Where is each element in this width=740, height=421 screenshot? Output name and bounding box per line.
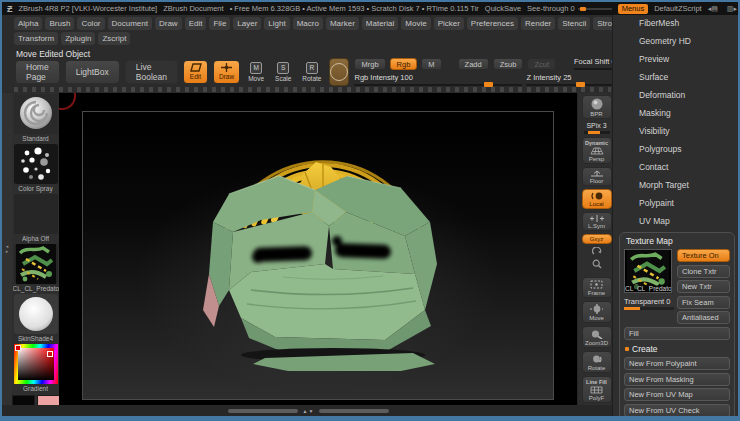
scroll-icon[interactable] <box>592 247 602 256</box>
subpalette-surface[interactable]: Surface <box>613 69 738 87</box>
subpalette-preview[interactable]: Preview <box>613 51 738 69</box>
local-button[interactable]: Local <box>582 189 612 209</box>
mrgb-toggle[interactable]: Mrgb <box>354 58 385 70</box>
rgb-toggle[interactable]: Rgb <box>390 58 418 70</box>
texture-map-title[interactable]: Texture Map <box>626 236 730 246</box>
texture-btn-fix-seam[interactable]: Fix Seam <box>677 296 730 309</box>
texture-btn-antialiased[interactable]: Antialiased <box>677 311 730 324</box>
menu-zscript[interactable]: Zscript <box>98 32 130 45</box>
menu-transform[interactable]: Transform <box>14 32 58 45</box>
lsym-button[interactable]: L.Sym <box>582 212 612 231</box>
menu-material[interactable]: Material <box>362 17 398 30</box>
bpr-button[interactable]: BPR <box>582 95 612 119</box>
alpha-thumbnail[interactable] <box>14 194 58 234</box>
subpalette-polypaint[interactable]: Polypaint <box>613 195 738 213</box>
subpalette-uv-map[interactable]: UV Map <box>613 213 738 231</box>
divider-bar-left[interactable] <box>228 409 298 413</box>
gxyz-button[interactable]: Gxyz <box>582 234 612 244</box>
zoom-icon[interactable] <box>592 259 602 269</box>
menu-zplugin[interactable]: Zplugin <box>61 32 95 45</box>
see-through-track[interactable] <box>578 8 612 10</box>
create-btn-new-from-masking[interactable]: New From Masking <box>624 373 730 386</box>
texture-btn-new-txtr[interactable]: New Txtr <box>677 280 730 293</box>
polyf-button[interactable]: Line Fill PolyF <box>582 376 612 403</box>
menu-document[interactable]: Document <box>108 17 152 30</box>
floor-button[interactable]: Floor <box>582 167 612 186</box>
m-toggle[interactable]: M <box>421 58 441 70</box>
create-btn-new-from-polypaint[interactable]: New From Polypaint <box>624 357 730 370</box>
menu-render[interactable]: Render <box>521 17 555 30</box>
subpalette-deformation[interactable]: Deformation <box>613 87 738 105</box>
spix-slider[interactable]: SPix 3 <box>584 122 610 134</box>
stroke-thumbnail[interactable] <box>14 144 58 184</box>
menu-file[interactable]: File <box>209 17 230 30</box>
subpalette-geometry-hd[interactable]: Geometry HD <box>613 33 738 51</box>
frame-button[interactable]: Frame <box>582 277 612 298</box>
spix-handle[interactable] <box>588 131 600 134</box>
menus-button[interactable]: Menus <box>618 4 649 14</box>
subpalette-visibility[interactable]: Visibility <box>613 123 738 141</box>
subpalette-fibermesh[interactable]: FiberMesh <box>613 15 738 33</box>
tray-toggle-right-icon[interactable]: ▥▸ <box>727 5 737 13</box>
draw-button[interactable]: Draw <box>213 60 240 84</box>
hue-selector[interactable] <box>15 345 21 351</box>
model-3d-head[interactable] <box>83 112 553 399</box>
create-btn-new-from-uv-map[interactable]: New From UV Map <box>624 388 730 401</box>
fill-button[interactable]: Fill <box>624 327 730 340</box>
subpalette-polygroups[interactable]: Polygroups <box>613 141 738 159</box>
main-color-swatch[interactable] <box>12 395 35 405</box>
menu-color[interactable]: Color <box>77 17 104 30</box>
see-through-handle[interactable] <box>580 7 586 11</box>
menu-brush[interactable]: Brush <box>45 17 74 30</box>
texture-btn-clone-txtr[interactable]: Clone Txtr <box>677 265 730 278</box>
menu-picker[interactable]: Picker <box>434 17 464 30</box>
menu-stencil[interactable]: Stencil <box>558 17 590 30</box>
zadd-toggle[interactable]: Zadd <box>458 58 489 70</box>
material-thumbnail[interactable] <box>14 294 58 334</box>
transparent-handle[interactable] <box>624 307 640 310</box>
subpalette-masking[interactable]: Masking <box>613 105 738 123</box>
edit-button[interactable]: Edit <box>183 60 208 84</box>
menu-preferences[interactable]: Preferences <box>467 17 518 30</box>
color-picker[interactable] <box>14 344 58 384</box>
create-section-header[interactable]: Create <box>625 344 730 354</box>
default-zscript-button[interactable]: DefaultZScript <box>654 4 702 13</box>
persp-button[interactable]: Dynamic Persp <box>582 137 612 164</box>
menu-alpha[interactable]: Alpha <box>14 17 42 30</box>
transparent-slider[interactable]: Transparent 0 <box>624 297 674 310</box>
menu-layer[interactable]: Layer <box>233 17 261 30</box>
bottom-tray-divider[interactable]: ▲▼ <box>2 405 615 416</box>
live-boolean-button[interactable]: Live Boolean <box>125 60 178 84</box>
lightbox-button[interactable]: LightBox <box>65 60 120 84</box>
document[interactable] <box>82 111 554 400</box>
menu-macro[interactable]: Macro <box>293 17 323 30</box>
brush-thumbnail[interactable] <box>14 94 58 134</box>
rotate-button[interactable]: R Rotate <box>299 60 324 84</box>
rotate-doc-button[interactable]: Rotate <box>582 351 612 373</box>
see-through-slider[interactable]: See-through 0 <box>527 4 612 13</box>
home-page-button[interactable]: Home Page <box>15 60 60 84</box>
menu-marker[interactable]: Marker <box>326 17 359 30</box>
current-brush-preview[interactable] <box>329 58 349 86</box>
menu-edit[interactable]: Edit <box>185 17 207 30</box>
z-intensity-slider[interactable]: Z Intensity 25 <box>526 73 614 86</box>
zsub-toggle[interactable]: Zsub <box>493 58 524 70</box>
subpalette-contact[interactable]: Contact <box>613 159 738 177</box>
move-doc-button[interactable]: Move <box>582 301 612 323</box>
menu-movie[interactable]: Movie <box>401 17 430 30</box>
zoom3d-button[interactable]: Zoom3D <box>582 326 612 348</box>
move-button[interactable]: M Move <box>245 60 267 84</box>
divider-bar-right[interactable] <box>319 409 389 413</box>
menu-light[interactable]: Light <box>264 17 289 30</box>
divider-updown-icon[interactable]: ▲▼ <box>303 408 315 414</box>
tray-toggle-left-icon[interactable]: ◂▤ <box>708 5 718 13</box>
texture-map-thumbnail[interactable]: CL_CL_Predatorc <box>624 249 672 293</box>
texture-thumbnail[interactable] <box>14 244 58 284</box>
subpalette-morph-target[interactable]: Morph Target <box>613 177 738 195</box>
secondary-color-swatch[interactable] <box>37 395 60 405</box>
menu-draw[interactable]: Draw <box>155 17 182 30</box>
texture-btn-texture-on[interactable]: Texture On <box>677 249 730 262</box>
quicksave-button[interactable]: QuickSave <box>485 4 521 13</box>
zcut-toggle[interactable]: Zcut <box>527 58 556 70</box>
rgb-intensity-slider[interactable]: Rgb Intensity 100 <box>354 73 522 86</box>
